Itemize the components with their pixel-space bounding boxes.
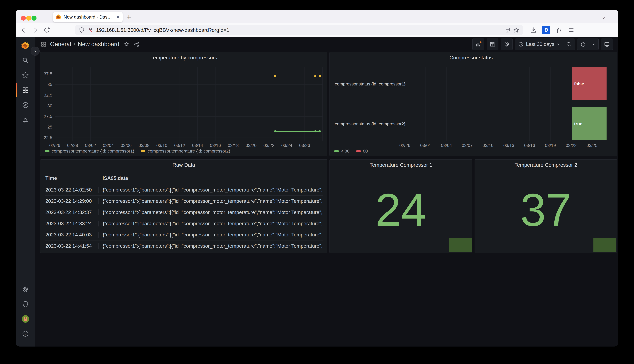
grafana-app: ? › General / New dashboard La [16, 37, 618, 346]
browser-navbar: 192.168.1.51:3000/d/Pv_cqBBVk/new-dashbo… [16, 24, 618, 37]
forward-icon[interactable] [32, 27, 39, 34]
x-tick-label: 03/22 [566, 143, 576, 148]
panel-compressor-status: Compressor status⌄ compressor.status {id… [330, 52, 617, 156]
legend-item[interactable]: < 80 [334, 149, 350, 154]
dashboard-grid: Temperature by compressors 37.53532.5302… [35, 52, 618, 346]
navbar-right-icons [530, 26, 575, 34]
x-tick-label: 03/19 [545, 143, 556, 148]
explore-compass-icon[interactable] [22, 102, 29, 109]
legend-swatch [45, 150, 50, 152]
zoom-out-icon [566, 41, 572, 47]
breadcrumb-separator: / [74, 41, 75, 48]
cycle-view-mode-button[interactable] [601, 38, 613, 50]
settings-gear-icon[interactable] [22, 286, 29, 293]
downloads-icon[interactable] [530, 27, 537, 34]
state-block-false[interactable]: false [572, 67, 606, 100]
x-tick-label: 03/01 [420, 143, 431, 148]
share-icon[interactable] [134, 42, 139, 47]
legend-item[interactable]: compressor.temperature {id: compressor2} [141, 149, 230, 154]
legend-item[interactable]: 80+ [356, 149, 370, 154]
dashboard-header: General / New dashboard Last 30 days [35, 37, 618, 52]
clock-icon [518, 41, 524, 47]
y-tick-label: 35 [48, 82, 52, 87]
screen-share-icon[interactable] [504, 27, 510, 33]
menu-hamburger-icon[interactable] [568, 27, 575, 34]
tracking-protection-shield-icon[interactable] [79, 27, 85, 33]
dashboard-settings-button[interactable] [501, 38, 513, 50]
search-icon[interactable] [22, 57, 29, 64]
panel-title[interactable]: Temperature Compressor 2 [475, 162, 617, 168]
x-tick-label: 03/22 [264, 143, 274, 148]
url-bar[interactable]: 192.168.1.51:3000/d/Pv_cqBBVk/new-dashbo… [75, 25, 523, 35]
add-panel-button[interactable] [472, 38, 484, 50]
refresh-interval-dropdown[interactable] [589, 39, 598, 50]
browser-tab-active[interactable]: New dashboard - Dashboards - ✕ [53, 12, 122, 22]
bookmark-star-icon[interactable] [513, 27, 520, 33]
sidebar-expand-button[interactable]: › [30, 47, 40, 56]
favorite-star-icon[interactable] [124, 42, 129, 47]
x-tick-label: 03/06 [121, 143, 132, 148]
browser-window: New dashboard - Dashboards - ✕ + ⌄ 192.1… [16, 10, 618, 346]
x-tick-label: 03/07 [462, 143, 473, 148]
time-range-picker[interactable]: Last 30 days [515, 39, 563, 50]
x-tick-label: 03/16 [524, 143, 535, 148]
cell-data: {"compressor1":{"parameters":[{"id":"com… [98, 221, 323, 226]
panel-resize-handle[interactable] [613, 152, 616, 155]
panel-raw-data: Raw Data Time ISA95.data 2023-03-22 14:0… [40, 160, 327, 253]
tab-close-icon[interactable]: ✕ [116, 14, 120, 20]
url-text[interactable]: 192.168.1.51:3000/d/Pv_cqBBVk/new-dashbo… [96, 27, 502, 33]
x-tick-label: 03/18 [228, 143, 239, 148]
x-tick-label: 02/28 [67, 143, 78, 148]
state-row-label: compressor.status {id: compressor1} [335, 82, 406, 86]
legend-item[interactable]: compressor.temperature {id: compressor1} [45, 149, 134, 154]
cell-time: 2023-03-22 14:32:37 [46, 210, 98, 215]
reload-icon[interactable] [43, 27, 50, 34]
minimize-window-button[interactable] [26, 16, 31, 20]
cell-data: {"compressor1":{"parameters":[{"id":"com… [98, 243, 323, 249]
x-tick-label: 03/13 [503, 143, 514, 148]
table-row: 2023-03-22 14:02:50{"compressor1":{"para… [46, 184, 323, 196]
y-tick-label: 25 [48, 124, 52, 130]
state-block-true[interactable]: true [572, 107, 606, 140]
starred-icon[interactable] [22, 72, 29, 79]
back-icon[interactable] [20, 27, 27, 34]
panel-title[interactable]: Temperature Compressor 1 [330, 162, 472, 168]
refresh-icon [580, 41, 586, 47]
cell-data: {"compressor1":{"parameters":[{"id":"com… [98, 198, 323, 204]
new-tab-button[interactable]: + [127, 13, 131, 21]
cell-data: {"compressor1":{"parameters":[{"id":"com… [98, 232, 323, 238]
cell-time: 2023-03-22 14:41:54 [46, 243, 98, 249]
stat-sparkline-bar [594, 238, 616, 252]
extensions-puzzle-icon[interactable] [556, 27, 562, 34]
x-tick-label: 03/02 [85, 143, 96, 148]
time-range-label: Last 30 days [526, 41, 554, 47]
help-icon[interactable]: ? [22, 330, 29, 337]
refresh-button[interactable] [577, 39, 589, 50]
breadcrumb-folder[interactable]: General [50, 41, 71, 48]
legend-swatch [141, 150, 146, 152]
zoom-out-time-button[interactable] [563, 39, 575, 50]
dashboards-icon[interactable] [22, 86, 29, 94]
server-admin-shield-icon[interactable] [22, 300, 29, 308]
insecure-lock-icon[interactable] [87, 27, 94, 33]
grafana-logo[interactable] [21, 42, 30, 50]
sidebar-active-indicator [16, 83, 17, 97]
x-tick-label: 02/26 [399, 143, 410, 148]
column-header-data[interactable]: ISA95.data [98, 175, 323, 181]
user-avatar[interactable] [22, 315, 29, 323]
time-range-group: Last 30 days [515, 38, 575, 50]
panel-title[interactable]: Raw Data [40, 162, 327, 168]
panel-temperature-by-compressors: Temperature by compressors 37.53532.5302… [40, 52, 327, 156]
breadcrumb-dashboard-title[interactable]: New dashboard [78, 41, 119, 48]
table-row: 2023-03-22 14:40:03{"compressor1":{"para… [46, 229, 323, 240]
cell-time: 2023-03-22 14:02:50 [46, 187, 98, 193]
fullscreen-window-button[interactable] [32, 16, 36, 20]
close-window-button[interactable] [21, 16, 26, 20]
list-all-tabs-icon[interactable]: ⌄ [602, 14, 606, 20]
column-header-time[interactable]: Time [46, 175, 98, 181]
apps-grid-icon[interactable] [41, 41, 47, 47]
table-row: 2023-03-22 14:32:37{"compressor1":{"para… [46, 207, 323, 218]
bitwarden-extension-icon[interactable] [542, 26, 550, 34]
save-dashboard-button[interactable] [486, 38, 498, 50]
alerting-bell-icon[interactable] [22, 116, 29, 124]
